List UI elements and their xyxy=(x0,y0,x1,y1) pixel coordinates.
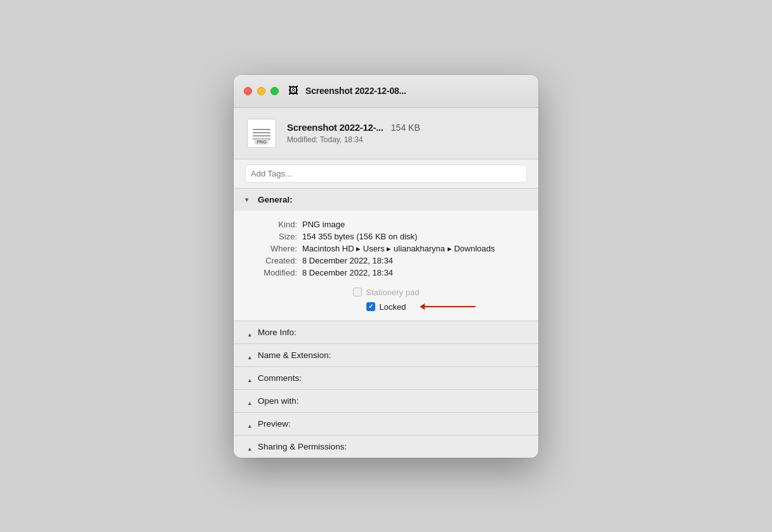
collapsed-section-open-with-[interactable]: ▸Open with: xyxy=(234,390,538,413)
info-value: 154 355 bytes (156 KB on disk) xyxy=(302,230,527,243)
file-icon-type-label: PNG xyxy=(255,139,268,145)
info-table-row: Modified:8 December 2022, 18:34 xyxy=(245,267,527,279)
info-value: PNG image xyxy=(302,218,527,230)
collapsed-sections: ▸More Info:▸Name & Extension:▸Comments:▸… xyxy=(234,321,538,458)
titlebar: 🖼 Screenshot 2022-12-08... xyxy=(234,75,538,108)
info-label: Created: xyxy=(245,255,302,267)
file-icon-line xyxy=(253,135,270,136)
file-name: Screenshot 2022-12-... xyxy=(287,122,383,133)
collapsed-section-label: More Info: xyxy=(258,328,296,337)
locked-row: Locked xyxy=(366,302,406,312)
chevron-down-icon: ▾ xyxy=(245,196,253,203)
collapsed-section-more-info-[interactable]: ▸More Info: xyxy=(234,321,538,344)
file-icon-line xyxy=(253,132,270,133)
general-section-header[interactable]: ▾ General: xyxy=(234,189,538,211)
modified-label: Modified: xyxy=(287,135,318,144)
stationery-pad-checkbox[interactable] xyxy=(353,288,362,296)
file-icon: PNG xyxy=(247,119,276,148)
file-modified: Modified: Today, 18:34 xyxy=(287,135,527,144)
info-table-row: Kind:PNG image xyxy=(245,218,527,230)
info-table-row: Where:Macintosh HD ▸ Users ▸ ulianakhary… xyxy=(245,243,527,255)
file-icon-line xyxy=(253,129,270,130)
chevron-right-icon: ▸ xyxy=(246,328,253,336)
collapsed-section-label: Preview: xyxy=(258,419,291,429)
collapsed-section-label: Comments: xyxy=(258,373,302,383)
general-section-content: Kind:PNG imageSize:154 355 bytes (156 KB… xyxy=(234,211,538,321)
chevron-right-icon: ▸ xyxy=(246,374,253,382)
general-section-label: General: xyxy=(258,195,293,204)
locked-label: Locked xyxy=(380,302,406,312)
chevron-right-icon: ▸ xyxy=(246,351,253,359)
collapsed-section-label: Name & Extension: xyxy=(258,350,331,360)
collapsed-section-label: Sharing & Permissions: xyxy=(258,442,347,451)
info-table-row: Size:154 355 bytes (156 KB on disk) xyxy=(245,230,527,243)
info-table-row: Created:8 December 2022, 18:34 xyxy=(245,255,527,267)
tags-section xyxy=(234,159,538,189)
info-label: Size: xyxy=(245,230,302,243)
info-label: Modified: xyxy=(245,267,302,279)
file-icon-wrapper: PNG xyxy=(245,117,278,150)
locked-arrow-annotation xyxy=(420,303,476,310)
arrow-head-icon xyxy=(420,303,425,310)
chevron-right-icon: ▸ xyxy=(246,420,253,427)
titlebar-file-icon: 🖼 xyxy=(286,84,300,98)
general-section: ▾ General: Kind:PNG imageSize:154 355 by… xyxy=(234,189,538,321)
traffic-lights xyxy=(244,87,279,95)
file-name-row: Screenshot 2022-12-... 154 KB xyxy=(287,122,527,133)
locked-checkbox[interactable] xyxy=(366,302,375,311)
chevron-right-icon: ▸ xyxy=(246,397,253,404)
stationery-pad-label: Stationery pad xyxy=(366,288,420,297)
finder-info-window: 🖼 Screenshot 2022-12-08... PNG Screensho… xyxy=(234,75,538,458)
file-icon-lines xyxy=(253,126,270,140)
titlebar-title: Screenshot 2022-12-08... xyxy=(305,86,406,96)
collapsed-section-label: Open with: xyxy=(258,396,299,406)
info-label: Where: xyxy=(245,243,302,255)
minimize-button[interactable] xyxy=(257,87,265,95)
maximize-button[interactable] xyxy=(270,87,279,95)
collapsed-section-comments-[interactable]: ▸Comments: xyxy=(234,367,538,390)
close-button[interactable] xyxy=(244,87,252,95)
arrow-line xyxy=(425,306,476,307)
info-value: Macintosh HD ▸ Users ▸ ulianakharyna ▸ D… xyxy=(302,243,527,255)
modified-date: Today, 18:34 xyxy=(320,135,363,144)
chevron-right-icon: ▸ xyxy=(246,442,253,450)
file-size: 154 KB xyxy=(391,123,420,133)
checkboxes-area: Stationery pad Locked xyxy=(245,288,527,312)
file-header: PNG Screenshot 2022-12-... 154 KB Modifi… xyxy=(234,108,538,159)
file-info: Screenshot 2022-12-... 154 KB Modified: … xyxy=(287,122,527,144)
info-value: 8 December 2022, 18:34 xyxy=(302,255,527,267)
collapsed-section-preview-[interactable]: ▸Preview: xyxy=(234,413,538,436)
info-label: Kind: xyxy=(245,218,302,230)
info-table: Kind:PNG imageSize:154 355 bytes (156 KB… xyxy=(245,218,527,279)
stationery-pad-row: Stationery pad xyxy=(353,288,420,297)
info-value: 8 December 2022, 18:34 xyxy=(302,267,527,279)
tags-input[interactable] xyxy=(245,164,527,183)
collapsed-section-name---extension-[interactable]: ▸Name & Extension: xyxy=(234,344,538,367)
collapsed-section-sharing---permissions-[interactable]: ▸Sharing & Permissions: xyxy=(234,436,538,458)
